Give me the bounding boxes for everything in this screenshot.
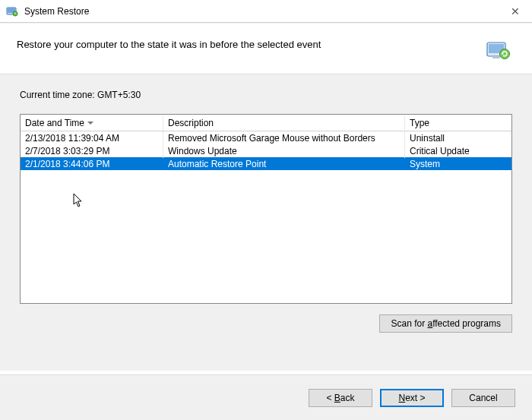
sort-desc-icon (87, 122, 93, 125)
title-bar: System Restore ✕ (0, 0, 532, 23)
svg-point-6 (500, 49, 510, 59)
scan-affected-button[interactable]: Scan for affected programs (379, 314, 512, 333)
close-button[interactable]: ✕ (498, 0, 532, 23)
table-row[interactable]: 2/7/2018 3:03:29 PMWindows UpdateCritica… (21, 144, 511, 157)
window-title: System Restore (24, 6, 89, 17)
table-row[interactable]: 2/1/2018 3:44:06 PMAutomatic Restore Poi… (21, 157, 511, 170)
cell-date: 2/1/2018 3:44:06 PM (21, 157, 163, 171)
cell-type: Critical Update (405, 144, 511, 158)
column-type-label: Type (410, 118, 429, 128)
next-button[interactable]: Next > (380, 389, 444, 407)
wizard-header: Restore your computer to the state it wa… (0, 23, 532, 74)
back-button[interactable]: < Back (309, 389, 372, 407)
cell-type: System (405, 157, 511, 171)
close-icon: ✕ (511, 5, 520, 17)
cell-date: 2/7/2018 3:03:29 PM (21, 144, 163, 158)
table-body: 2/13/2018 11:39:04 AMRemoved Microsoft G… (21, 131, 511, 170)
scan-row: Scan for affected programs (20, 314, 512, 333)
page-heading: Restore your computer to the state it wa… (17, 37, 485, 50)
cell-description: Automatic Restore Point (163, 157, 405, 171)
column-date[interactable]: Date and Time (21, 116, 163, 130)
cell-date: 2/13/2018 11:39:04 AM (21, 131, 163, 145)
column-date-label: Date and Time (25, 118, 84, 128)
restore-points-table: Date and Time Description Type 2/13/2018… (20, 114, 512, 304)
wizard-body: Current time zone: GMT+5:30 Date and Tim… (0, 74, 532, 371)
column-description-label: Description (168, 118, 214, 128)
wizard-footer: < Back Next > Cancel (0, 374, 532, 420)
cancel-button[interactable]: Cancel (451, 389, 515, 407)
column-description[interactable]: Description (163, 116, 405, 130)
timezone-label: Current time zone: GMT+5:30 (20, 90, 512, 100)
column-type[interactable]: Type (405, 116, 511, 130)
cell-description: Removed Microsoft Garage Mouse without B… (163, 131, 405, 145)
app-icon (6, 5, 18, 17)
table-row[interactable]: 2/13/2018 11:39:04 AMRemoved Microsoft G… (21, 131, 511, 144)
cell-description: Windows Update (163, 144, 405, 158)
table-header: Date and Time Description Type (21, 115, 511, 131)
restore-icon (485, 37, 511, 63)
cell-type: Uninstall (405, 131, 511, 145)
svg-rect-5 (492, 56, 500, 58)
